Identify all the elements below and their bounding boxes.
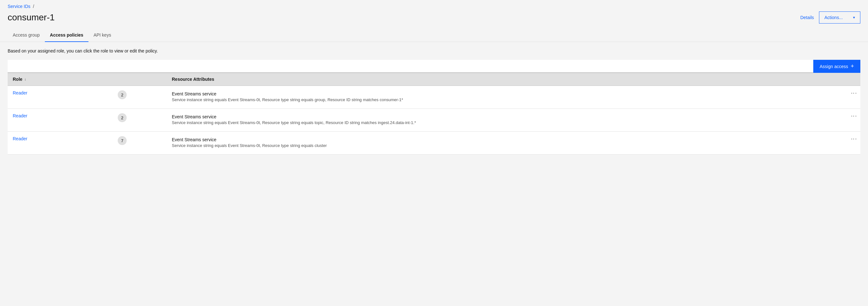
overflow-menu-cell[interactable]: ⋮ bbox=[848, 86, 860, 109]
actions-button-label: Actions... bbox=[825, 15, 843, 20]
details-link[interactable]: Details bbox=[800, 15, 814, 20]
plus-icon: + bbox=[850, 63, 854, 70]
overflow-menu-cell[interactable]: ⋮ bbox=[848, 132, 860, 154]
role-cell[interactable]: Reader bbox=[8, 86, 78, 109]
page-header: consumer-1 Details Actions... ▾ bbox=[0, 9, 868, 29]
overflow-menu-cell[interactable]: ⋮ bbox=[848, 109, 860, 131]
resource-cell: Event Streams service Service instance s… bbox=[167, 109, 848, 131]
toolbar-wrapper: Assign access + bbox=[8, 60, 860, 73]
breadcrumb: Service IDs / bbox=[0, 0, 868, 9]
resource-detail: Service instance string equals Event Str… bbox=[172, 143, 327, 149]
overflow-menu-icon: ⋮ bbox=[851, 136, 857, 142]
role-count-badge: 2 bbox=[118, 90, 127, 99]
assign-access-button[interactable]: Assign access + bbox=[813, 60, 860, 73]
table-row: Reader 2 Event Streams service Service i… bbox=[8, 109, 860, 132]
resource-cell: Event Streams service Service instance s… bbox=[167, 132, 848, 154]
info-text: Based on your assigned role, you can cli… bbox=[8, 48, 860, 54]
page-container: Service IDs / consumer-1 Details Actions… bbox=[0, 0, 868, 306]
tabs-bar: Access group Access policies API keys bbox=[0, 29, 868, 42]
actions-button[interactable]: Actions... ▾ bbox=[819, 11, 860, 24]
content-area: Based on your assigned role, you can cli… bbox=[0, 42, 868, 155]
resource-service: Event Streams service bbox=[172, 114, 216, 119]
header-actions: Details Actions... ▾ bbox=[800, 11, 860, 24]
role-cell[interactable]: Reader bbox=[8, 109, 78, 131]
role-count-badge: 7 bbox=[118, 136, 127, 145]
badge-cell: 7 bbox=[78, 132, 167, 154]
table-row: Reader 7 Event Streams service Service i… bbox=[8, 132, 860, 155]
breadcrumb-parent-link[interactable]: Service IDs bbox=[8, 4, 31, 9]
resource-service: Event Streams service bbox=[172, 91, 216, 96]
badge-cell: 2 bbox=[78, 86, 167, 109]
column-header-role: Role ↓ bbox=[8, 73, 78, 86]
resource-detail: Service instance string equals Event Str… bbox=[172, 120, 416, 126]
table-header: Role ↓ Resource Attributes bbox=[8, 73, 860, 86]
resource-cell: Event Streams service Service instance s… bbox=[167, 86, 848, 109]
column-header-badge bbox=[78, 73, 167, 86]
chevron-down-icon: ▾ bbox=[853, 15, 855, 20]
role-count-badge: 2 bbox=[118, 113, 127, 122]
toolbar: Assign access + bbox=[8, 60, 860, 73]
table-container: Role ↓ Resource Attributes Reader 2 bbox=[8, 73, 860, 155]
column-header-resource-attributes: Resource Attributes bbox=[167, 73, 848, 86]
search-input[interactable] bbox=[8, 60, 813, 73]
resource-service: Event Streams service bbox=[172, 137, 216, 142]
role-cell[interactable]: Reader bbox=[8, 132, 78, 154]
assign-access-label: Assign access bbox=[819, 64, 848, 69]
overflow-menu-icon: ⋮ bbox=[851, 90, 857, 96]
page-title: consumer-1 bbox=[8, 12, 55, 23]
sort-icon: ↓ bbox=[24, 77, 26, 82]
table-row: Reader 2 Event Streams service Service i… bbox=[8, 86, 860, 109]
tab-access-group[interactable]: Access group bbox=[8, 29, 45, 42]
badge-cell: 2 bbox=[78, 109, 167, 131]
tab-access-policies[interactable]: Access policies bbox=[45, 29, 89, 42]
breadcrumb-separator: / bbox=[33, 4, 34, 9]
overflow-menu-icon: ⋮ bbox=[851, 113, 857, 119]
tab-api-keys[interactable]: API keys bbox=[89, 29, 116, 42]
column-header-overflow bbox=[848, 73, 860, 86]
resource-detail: Service instance string equals Event Str… bbox=[172, 97, 403, 103]
